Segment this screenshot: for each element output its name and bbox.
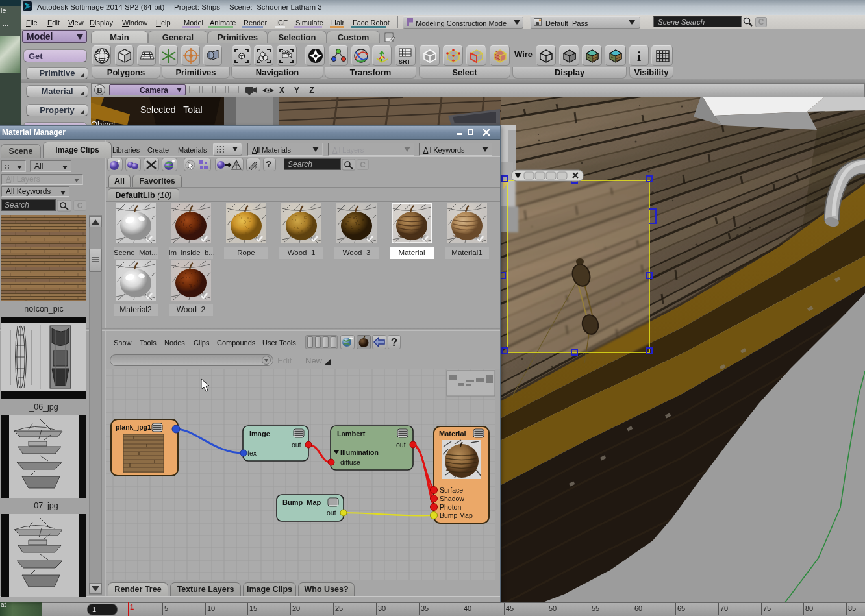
svg-text:Material: Material — [439, 430, 466, 437]
svg-text:Bump_Map: Bump_Map — [282, 499, 321, 506]
svg-text:Image: Image — [249, 430, 270, 437]
svg-text:Photon: Photon — [440, 503, 461, 511]
svg-text:diffuse: diffuse — [340, 458, 360, 466]
svg-text:plank_jpg1: plank_jpg1 — [116, 423, 151, 431]
svg-text:Shadow: Shadow — [440, 495, 464, 502]
svg-text:tex: tex — [247, 449, 257, 457]
svg-text:Lambert: Lambert — [337, 430, 366, 437]
svg-text:i: i — [637, 48, 641, 64]
svg-text:Surface: Surface — [440, 486, 463, 494]
svg-text:out: out — [327, 509, 336, 517]
svg-text:SRT: SRT — [399, 58, 411, 65]
svg-text:?: ? — [254, 165, 257, 171]
svg-text:Illumination: Illumination — [340, 449, 379, 456]
svg-text:Bump Map: Bump Map — [440, 511, 473, 519]
svg-text:out: out — [292, 441, 301, 449]
svg-text:out: out — [396, 441, 406, 449]
